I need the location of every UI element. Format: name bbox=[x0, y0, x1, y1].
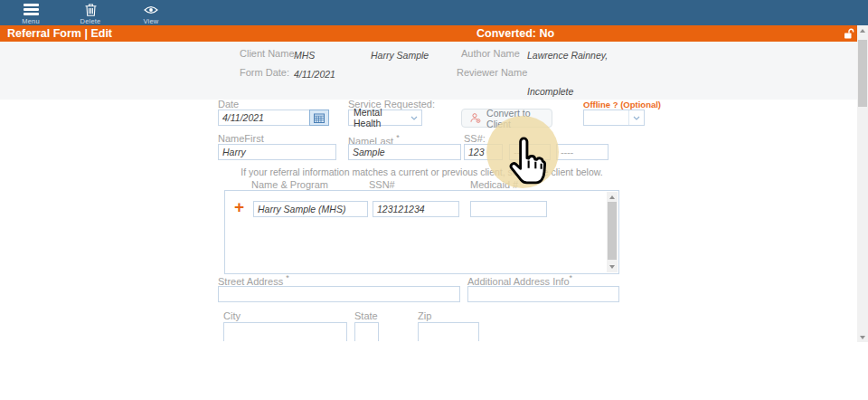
required-asterisk: * bbox=[286, 273, 289, 282]
grid-medicaid-input[interactable] bbox=[470, 201, 547, 217]
form-date-label: Form Date: bbox=[240, 67, 289, 78]
top-toolbar: Menu Delete View bbox=[0, 0, 868, 25]
client-name-label: Client Name: bbox=[240, 48, 297, 59]
grid-scrollbar[interactable] bbox=[607, 192, 618, 272]
delete-label: Delete bbox=[71, 17, 110, 25]
name-first-label: NameFirst bbox=[218, 133, 264, 144]
author-name-label: Author Name bbox=[461, 48, 520, 59]
ssn-part3-input[interactable] bbox=[556, 144, 609, 160]
additional-address-label: Additional Address Info* bbox=[467, 273, 572, 287]
street-address-label: Street Address * bbox=[218, 273, 289, 287]
grid-name-program-input[interactable] bbox=[253, 201, 368, 217]
form-header-band: Client Name: MHS Harry Sample Author Nam… bbox=[0, 42, 857, 100]
eye-icon bbox=[131, 3, 171, 16]
calendar-button[interactable] bbox=[309, 110, 329, 126]
delete-button[interactable]: Delete bbox=[71, 3, 110, 25]
scroll-up-icon[interactable] bbox=[860, 29, 865, 33]
form-date-value: 4/11/2021 bbox=[294, 69, 335, 80]
chevron-down-icon bbox=[628, 110, 644, 125]
grid-header-ssn: SSN# bbox=[369, 179, 395, 190]
page-title: Referral Form | Edit bbox=[7, 27, 112, 40]
form-status-value: Incomplete bbox=[527, 86, 573, 97]
name-first-input[interactable] bbox=[218, 144, 336, 160]
unlock-icon[interactable] bbox=[844, 28, 854, 42]
match-instruction-text: If your referral information matches a c… bbox=[224, 167, 619, 177]
form-title-bar: Referral Form | Edit Converted: No bbox=[0, 25, 857, 42]
author-name-value: Lawrence Rainney, bbox=[527, 50, 608, 61]
scroll-down-icon[interactable] bbox=[860, 336, 865, 339]
city-label: City bbox=[223, 310, 241, 321]
scroll-down-icon[interactable] bbox=[609, 265, 615, 269]
menu-icon bbox=[24, 4, 39, 15]
grid-header-name-program: Name & Program bbox=[251, 179, 328, 190]
client-match-grid: + bbox=[224, 190, 619, 274]
zip-label: Zip bbox=[418, 310, 431, 321]
converted-status: Converted: No bbox=[476, 27, 554, 40]
offline-label: Offline ? (Optional) bbox=[583, 100, 661, 110]
menu-label: Menu bbox=[11, 17, 51, 25]
client-name-value: Harry Sample bbox=[371, 50, 429, 61]
reviewer-name-label: Reviewer Name bbox=[457, 67, 527, 78]
service-requested-value: Mental Health bbox=[354, 107, 407, 129]
service-requested-select[interactable]: Mental Health bbox=[348, 110, 422, 126]
grid-ssn-input[interactable] bbox=[373, 201, 459, 217]
additional-address-input[interactable] bbox=[467, 286, 619, 302]
view-label: View bbox=[131, 17, 171, 25]
menu-button[interactable]: Menu bbox=[11, 3, 51, 25]
client-program-value: MHS bbox=[294, 50, 315, 61]
calendar-icon bbox=[314, 113, 325, 123]
street-address-input[interactable] bbox=[218, 286, 460, 302]
date-label: Date bbox=[218, 99, 239, 110]
view-button[interactable]: View bbox=[131, 3, 171, 25]
state-input[interactable] bbox=[354, 322, 379, 341]
city-input[interactable] bbox=[223, 322, 347, 341]
chevron-down-icon bbox=[407, 110, 421, 125]
offline-select[interactable] bbox=[583, 110, 645, 126]
name-last-input[interactable] bbox=[348, 144, 461, 160]
zip-input[interactable] bbox=[418, 322, 479, 341]
required-asterisk: * bbox=[570, 273, 573, 282]
grid-scrollbar-thumb[interactable] bbox=[608, 202, 617, 260]
date-input[interactable] bbox=[218, 110, 310, 126]
page-scrollbar[interactable] bbox=[857, 25, 868, 342]
state-label: State bbox=[354, 310, 378, 321]
page-scrollbar-thumb[interactable] bbox=[858, 40, 867, 107]
ssn-label: SS#: bbox=[464, 133, 486, 144]
required-asterisk: * bbox=[396, 133, 400, 142]
scroll-up-icon[interactable] bbox=[609, 195, 615, 199]
trash-icon bbox=[71, 3, 110, 16]
add-row-plus-icon[interactable]: + bbox=[234, 198, 244, 215]
convert-person-icon bbox=[470, 111, 481, 125]
hand-cursor-icon bbox=[505, 136, 546, 185]
